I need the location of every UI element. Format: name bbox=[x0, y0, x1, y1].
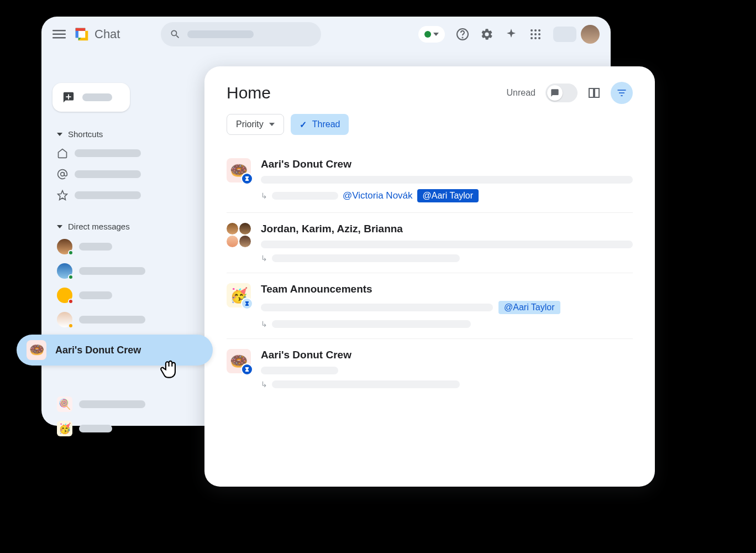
check-icon: ✓ bbox=[300, 119, 307, 130]
conversation-item[interactable]: 🍩 Aari's Donut Crew ↳ bbox=[227, 339, 633, 399]
new-chat-button[interactable] bbox=[53, 83, 130, 112]
reply-preview bbox=[272, 380, 460, 388]
shortcuts-header[interactable]: Shortcuts bbox=[53, 127, 202, 141]
home-icon bbox=[57, 148, 68, 159]
mention-chip-self[interactable]: @Aari Taylor bbox=[417, 189, 479, 202]
space-avatar: 🥳 bbox=[57, 421, 72, 436]
selected-space-label: Aari's Donut Crew bbox=[55, 345, 141, 356]
space-avatar-icon: 🍩 bbox=[27, 340, 46, 360]
dm-item[interactable] bbox=[53, 284, 202, 306]
svg-rect-22 bbox=[589, 88, 594, 97]
menu-icon[interactable] bbox=[53, 28, 66, 41]
chevron-down-icon bbox=[269, 123, 275, 126]
reply-preview bbox=[272, 192, 338, 200]
avatar bbox=[57, 239, 72, 254]
svg-point-19 bbox=[538, 37, 540, 39]
svg-point-20 bbox=[61, 173, 65, 176]
conversation-avatar: 🍩 bbox=[227, 349, 251, 373]
svg-marker-21 bbox=[58, 191, 67, 200]
new-chat-label-placeholder bbox=[82, 93, 112, 101]
direct-messages-section: Direct messages bbox=[53, 220, 202, 331]
column-view-icon[interactable] bbox=[587, 86, 601, 100]
search-placeholder bbox=[187, 30, 254, 38]
conversation-item[interactable]: 🥳 Team Announcements @Aari Taylor ↳ bbox=[227, 273, 633, 339]
conversation-item[interactable]: 🍩 Aari's Donut Crew ↳ @Victoria Novák @A… bbox=[227, 148, 633, 213]
status-active-icon bbox=[424, 31, 431, 38]
dm-item[interactable] bbox=[53, 260, 202, 282]
svg-point-11 bbox=[531, 29, 533, 32]
new-chat-icon bbox=[62, 91, 75, 103]
reply-arrow-icon: ↳ bbox=[261, 380, 267, 389]
message-preview bbox=[261, 367, 338, 374]
svg-point-10 bbox=[463, 38, 463, 38]
mention-link[interactable]: @Victoria Novák bbox=[343, 190, 413, 201]
conversation-title: Aari's Donut Crew bbox=[261, 158, 633, 170]
topbar-actions bbox=[418, 25, 600, 44]
conversation-item[interactable]: Jordan, Karim, Aziz, Brianna ↳ bbox=[227, 213, 633, 273]
account-switcher[interactable] bbox=[553, 25, 600, 44]
sparkle-icon[interactable] bbox=[505, 28, 518, 41]
svg-point-18 bbox=[534, 37, 537, 39]
at-icon bbox=[57, 169, 68, 180]
search-icon bbox=[170, 29, 181, 40]
thread-chip[interactable]: ✓ Thread bbox=[291, 114, 349, 135]
presence-online-icon bbox=[68, 250, 74, 255]
mention-chip-self[interactable]: @Aari Taylor bbox=[498, 301, 560, 314]
page-title: Home bbox=[227, 84, 271, 102]
unread-toggle[interactable] bbox=[545, 84, 578, 102]
dm-item[interactable] bbox=[53, 309, 202, 331]
help-icon[interactable] bbox=[456, 28, 469, 41]
search-input[interactable] bbox=[161, 22, 321, 46]
avatar bbox=[57, 312, 72, 327]
conversation-avatar: 🥳 bbox=[227, 283, 251, 307]
svg-rect-0 bbox=[53, 30, 66, 32]
filter-chips: Priority ✓ Thread bbox=[227, 114, 633, 135]
dm-item[interactable] bbox=[53, 236, 202, 258]
svg-point-13 bbox=[538, 29, 540, 32]
logo[interactable]: Chat bbox=[74, 26, 120, 43]
reply-preview bbox=[272, 254, 460, 262]
reply-arrow-icon: ↳ bbox=[261, 254, 267, 263]
app-name: Chat bbox=[95, 27, 120, 41]
chat-logo-icon bbox=[74, 26, 90, 43]
conversation-title: Jordan, Karim, Aziz, Brianna bbox=[261, 223, 633, 235]
svg-rect-2 bbox=[53, 37, 66, 39]
panel-header: Home Unread bbox=[227, 82, 633, 104]
status-selector[interactable] bbox=[418, 26, 445, 43]
apps-grid-icon[interactable] bbox=[529, 28, 542, 41]
conversation-avatar: 🍩 bbox=[227, 158, 251, 182]
reply-preview bbox=[272, 320, 471, 328]
settings-icon[interactable] bbox=[480, 28, 494, 41]
dm-label: Direct messages bbox=[68, 222, 130, 231]
thread-badge-icon bbox=[241, 298, 253, 310]
svg-rect-7 bbox=[76, 28, 86, 31]
topbar: Chat bbox=[41, 17, 611, 52]
svg-rect-5 bbox=[78, 31, 86, 38]
chevron-down-icon bbox=[57, 225, 62, 228]
thread-chip-label: Thread bbox=[312, 119, 340, 129]
chevron-down-icon bbox=[57, 133, 62, 136]
priority-chip[interactable]: Priority bbox=[227, 114, 284, 135]
user-avatar[interactable] bbox=[581, 25, 600, 44]
shortcut-home[interactable] bbox=[53, 144, 202, 162]
shortcut-starred[interactable] bbox=[53, 186, 202, 204]
conversation-title: Team Announcements bbox=[261, 283, 633, 295]
shortcut-mentions[interactable] bbox=[53, 165, 202, 183]
org-pill bbox=[553, 27, 576, 42]
message-preview bbox=[261, 176, 633, 184]
sidebar-item-selected-space[interactable]: 🍩 Aari's Donut Crew bbox=[17, 335, 213, 366]
chat-bubble-icon bbox=[550, 88, 559, 97]
space-item[interactable]: 🍭 bbox=[53, 393, 202, 415]
dm-header[interactable]: Direct messages bbox=[53, 220, 202, 233]
conversation-list: 🍩 Aari's Donut Crew ↳ @Victoria Novák @A… bbox=[227, 148, 633, 399]
filter-button[interactable] bbox=[611, 82, 633, 104]
space-item[interactable]: 🥳 bbox=[53, 418, 202, 440]
conversation-title: Aari's Donut Crew bbox=[261, 349, 633, 361]
star-icon bbox=[57, 190, 68, 201]
toggle-knob bbox=[547, 85, 563, 101]
svg-point-16 bbox=[538, 33, 540, 35]
svg-point-14 bbox=[531, 33, 533, 35]
thread-badge-icon bbox=[241, 173, 253, 185]
avatar bbox=[57, 288, 72, 303]
message-preview bbox=[261, 241, 633, 248]
